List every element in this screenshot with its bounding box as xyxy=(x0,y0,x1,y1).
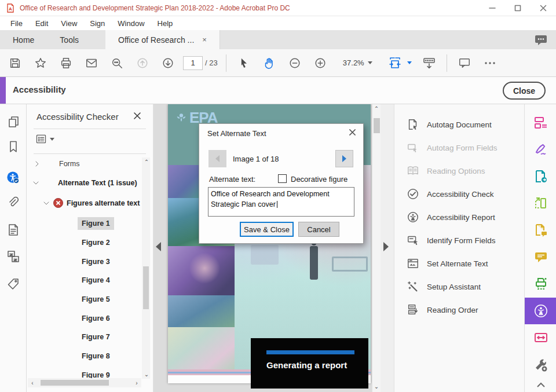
next-image-button[interactable] xyxy=(335,150,353,167)
decorative-figure-checkbox[interactable] xyxy=(278,174,287,183)
accessibility-close-button[interactable]: Close xyxy=(503,82,546,100)
scroll-right-icon[interactable]: › xyxy=(132,380,141,386)
tool-identify-form-fields[interactable]: Identify Form Fields xyxy=(394,229,525,252)
scroll-left-icon[interactable]: ‹ xyxy=(28,380,37,386)
panel-horizontal-scrollbar[interactable]: ‹ › xyxy=(28,378,141,387)
menu-view[interactable]: View xyxy=(55,18,83,29)
panel-divider xyxy=(34,129,146,129)
figure-list-item[interactable]: Figure 3 xyxy=(27,252,142,271)
scrollbar-thumb[interactable] xyxy=(374,118,380,133)
right-tools-rail xyxy=(524,104,556,392)
zoom-level-value[interactable]: 37.2% xyxy=(339,58,364,67)
bookmarks-icon[interactable] xyxy=(6,140,20,153)
tab-close-icon[interactable]: × xyxy=(202,35,207,44)
fill-and-sign-icon[interactable] xyxy=(533,142,548,157)
more-tools-icon[interactable] xyxy=(478,52,502,75)
document-vertical-scrollbar[interactable]: ⌃ ⌄ xyxy=(372,104,381,392)
organize-pages-icon[interactable] xyxy=(533,115,548,130)
attachments-icon[interactable] xyxy=(6,196,20,210)
content-order-icon[interactable] xyxy=(6,250,20,263)
page-number-input[interactable]: 1 xyxy=(183,56,203,70)
menu-sign[interactable]: Sign xyxy=(84,18,111,29)
previous-view-arrow-icon[interactable] xyxy=(156,242,161,251)
hide-toolbar-button[interactable] xyxy=(418,52,441,75)
figure-list-item[interactable]: Figure 8 xyxy=(27,347,142,366)
scroll-down-icon[interactable]: ⌄ xyxy=(142,371,151,378)
tool-reading-order[interactable]: Reading Order xyxy=(394,298,525,321)
edit-pdf-icon[interactable] xyxy=(533,196,548,211)
dialog-close-icon[interactable] xyxy=(349,129,356,136)
scroll-up-icon[interactable]: ⌃ xyxy=(372,105,381,112)
figure-list-item[interactable]: Figure 6 xyxy=(27,309,142,328)
accessibility-bar-title: Accessibility xyxy=(13,85,66,94)
fit-width-dropdown-icon[interactable] xyxy=(407,61,412,64)
tool-accessibility-check[interactable]: Accessibility Check xyxy=(394,182,525,206)
zoom-out-button[interactable] xyxy=(283,52,306,75)
scan-ocr-icon[interactable] xyxy=(533,276,548,291)
menu-file[interactable]: File xyxy=(5,18,28,29)
menu-help[interactable]: Help xyxy=(152,18,179,29)
export-pdf-icon[interactable] xyxy=(533,169,548,184)
panel-vertical-scrollbar[interactable]: ⌃ ⌄ xyxy=(142,157,150,379)
select-tool-button[interactable] xyxy=(232,52,255,75)
email-button[interactable] xyxy=(80,52,103,75)
figure-list-item[interactable]: Figure 4 xyxy=(27,271,142,290)
destinations-icon[interactable] xyxy=(6,223,20,237)
window-titlebar: A Office of Research and Development Str… xyxy=(0,0,556,16)
figure-list-item[interactable]: Figure 1 xyxy=(27,214,142,233)
minimize-button[interactable] xyxy=(480,0,505,16)
zoom-in-button[interactable] xyxy=(309,52,332,75)
tool-setup-assistant[interactable]: Setup Assistant xyxy=(394,275,525,298)
comment-icon[interactable] xyxy=(533,250,548,265)
figure-list-item[interactable]: Figure 7 xyxy=(27,328,142,347)
figure-list-item[interactable]: Figure 5 xyxy=(27,290,142,309)
tab-document[interactable]: Office of Research ... × xyxy=(105,30,220,49)
add-tools-icon[interactable] xyxy=(533,357,548,372)
star-favorites-button[interactable] xyxy=(29,52,52,75)
print-button[interactable] xyxy=(54,52,78,75)
alternate-text-input[interactable]: Office of Research and Development Strat… xyxy=(208,187,354,217)
tab-tools[interactable]: Tools xyxy=(47,30,92,49)
checker-options-button[interactable] xyxy=(35,133,54,145)
previous-image-button[interactable] xyxy=(209,150,226,167)
accessibility-tool-icon[interactable] xyxy=(533,303,548,318)
cancel-button[interactable]: Cancel xyxy=(298,222,339,237)
tree-node-alternate-text[interactable]: Alternate Text (1 issue) xyxy=(32,179,137,187)
accessibility-report-icon xyxy=(406,210,420,224)
tool-autotag-document[interactable]: Autotag Document xyxy=(394,113,525,136)
hand-tool-button[interactable] xyxy=(258,52,281,75)
save-and-close-button[interactable]: Save & Close xyxy=(240,222,294,237)
scrollbar-thumb[interactable] xyxy=(41,380,109,386)
tags-icon[interactable] xyxy=(6,277,20,291)
fit-width-button[interactable] xyxy=(385,52,405,75)
scrollbar-thumb[interactable] xyxy=(143,266,149,309)
search-button[interactable] xyxy=(105,52,129,75)
compress-pdf-icon[interactable] xyxy=(533,330,548,345)
tree-node-figures-alternate-text[interactable]: Figures alternate text - xyxy=(43,198,144,208)
save-button[interactable] xyxy=(3,52,27,75)
page-thumbnails-icon[interactable] xyxy=(6,115,20,129)
checker-panel-close-icon[interactable] xyxy=(133,112,141,120)
zoom-dropdown-icon[interactable] xyxy=(368,61,372,64)
chevron-down-icon xyxy=(43,200,50,207)
accessibility-checker-panel-icon[interactable] xyxy=(6,171,20,185)
tool-set-alternate-text[interactable]: Set Alternate Text xyxy=(394,252,525,275)
feedback-comment-icon[interactable] xyxy=(534,34,548,48)
tab-home[interactable]: Home xyxy=(0,30,47,49)
close-window-button[interactable] xyxy=(531,0,556,16)
figure-list-item[interactable]: Figure 2 xyxy=(27,233,142,252)
arrow-right-icon xyxy=(342,155,346,162)
menu-window[interactable]: Window xyxy=(112,18,150,29)
scroll-up-icon[interactable]: ⌃ xyxy=(142,159,151,165)
collapse-rail-icon[interactable] xyxy=(533,378,548,392)
menu-edit[interactable]: Edit xyxy=(30,18,54,29)
page-comment-icon[interactable] xyxy=(533,223,548,238)
maximize-button[interactable] xyxy=(505,0,531,16)
tree-node-forms[interactable]: Forms xyxy=(34,160,79,168)
next-view-arrow-icon[interactable] xyxy=(383,242,389,251)
scroll-down-icon[interactable]: ⌄ xyxy=(372,383,381,390)
comment-tool-button[interactable] xyxy=(453,52,476,75)
previous-page-button[interactable] xyxy=(131,52,154,75)
tool-accessibility-report[interactable]: Accessibility Report xyxy=(394,206,525,229)
next-page-button[interactable] xyxy=(156,52,180,75)
